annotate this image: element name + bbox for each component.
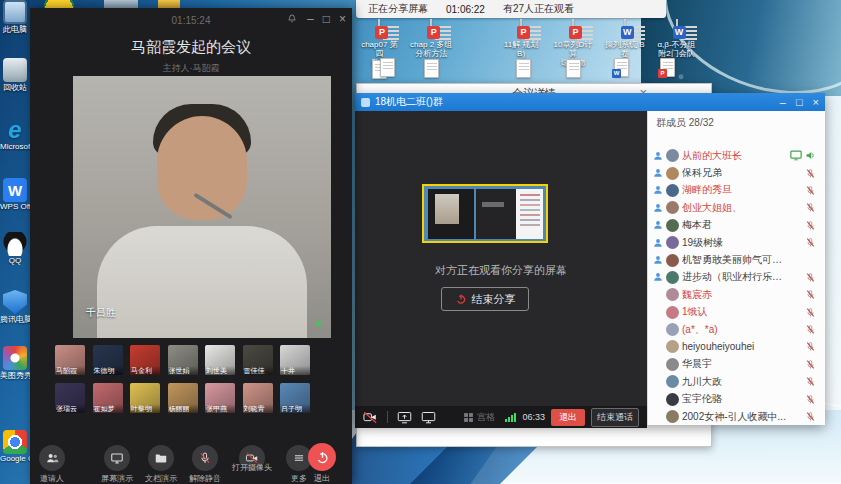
- end-share-button[interactable]: 结束分享: [441, 287, 529, 311]
- avatar: [666, 393, 679, 406]
- participant-tile[interactable]: 刘世美: [205, 345, 235, 375]
- speaker-name-label: 千吕胜: [86, 306, 116, 320]
- screen-share-button[interactable]: 屏幕演示: [100, 445, 134, 484]
- pdf-file-icon[interactable]: P: [660, 58, 675, 77]
- mic-muted-icon: [805, 272, 816, 283]
- participant-tile[interactable]: 十井: [280, 345, 310, 375]
- file-icon[interactable]: [380, 58, 395, 77]
- member-name: 1饿认: [682, 305, 708, 319]
- member-row[interactable]: 2002女神-引人收藏中...: [653, 408, 822, 425]
- desktop-icon[interactable]: 此电脑: [0, 0, 30, 35]
- member-row[interactable]: 梅本君: [653, 217, 822, 234]
- member-row[interactable]: 魏宸赤: [653, 286, 822, 303]
- participant-tile[interactable]: 霍如梦: [93, 383, 123, 413]
- member-row[interactable]: 19级树缘: [653, 234, 822, 251]
- mic-muted-icon: [805, 359, 816, 370]
- desktop-icon[interactable]: QQ: [0, 232, 30, 265]
- bell-icon[interactable]: [286, 13, 298, 25]
- avatar: [666, 375, 679, 388]
- partial-folder-icon[interactable]: [158, 0, 180, 8]
- member-row[interactable]: 创业大姐姐、: [653, 199, 822, 216]
- participant-name: 霍如梦: [93, 404, 123, 413]
- participant-tile[interactable]: 张瑞云: [55, 383, 85, 413]
- camera-button[interactable]: 打开摄像头: [232, 445, 272, 484]
- desktop-icon[interactable]: 回收站: [0, 58, 30, 93]
- meeting-title: 马韶霞发起的会议: [30, 38, 352, 57]
- monitor-icon: [104, 445, 130, 471]
- end-share-label: 结束分享: [472, 292, 516, 307]
- member-row[interactable]: heiyouheiyouhei: [653, 338, 822, 355]
- camera-off-icon[interactable]: [363, 411, 378, 424]
- file-label: chap 2 多组 分析方法: [410, 40, 453, 58]
- close-icon[interactable]: ×: [339, 13, 346, 25]
- maximize-icon[interactable]: □: [796, 97, 803, 108]
- document-icon: P: [430, 19, 432, 38]
- member-row[interactable]: (a*、*a): [653, 321, 822, 338]
- partial-app-icon[interactable]: [44, 0, 74, 8]
- pc-manager-icon: [3, 290, 27, 314]
- file-icon[interactable]: [424, 59, 439, 78]
- member-row[interactable]: 保科兄弟: [653, 164, 822, 181]
- mic-muted-icon: [805, 324, 816, 335]
- display-icon[interactable]: [421, 411, 436, 424]
- member-row[interactable]: 湖畔的秀旦: [653, 182, 822, 199]
- mic-muted-icon: [805, 202, 816, 213]
- doc-share-button[interactable]: 文档演示: [144, 445, 178, 484]
- exit-meeting-button[interactable]: 退出: [294, 443, 350, 484]
- desktop: 此电脑 回收站 e Microsoft Edge W WPS Office QQ…: [0, 0, 841, 484]
- close-icon[interactable]: ×: [813, 97, 819, 108]
- partial-flowchart-icon[interactable]: [104, 0, 138, 8]
- maximize-icon[interactable]: □: [323, 13, 330, 25]
- file-icon[interactable]: [516, 59, 531, 78]
- participant-tile[interactable]: 杨丽丽: [168, 383, 198, 413]
- mic-muted-icon: [805, 394, 816, 405]
- member-row[interactable]: 宝宇伦骆: [653, 390, 822, 407]
- desktop-icon[interactable]: 腾讯电脑管家: [0, 290, 30, 325]
- share-timer: 01:06:22: [446, 4, 485, 15]
- desktop-icon[interactable]: e Microsoft Edge: [0, 118, 30, 151]
- desktop-icon-column: 此电脑 回收站 e Microsoft Edge W WPS Office QQ…: [0, 0, 30, 484]
- qq-title-bar[interactable]: 18机电二班()群 – □ ×: [355, 93, 825, 111]
- member-row[interactable]: 1饿认: [653, 304, 822, 321]
- people-icon: [39, 445, 65, 471]
- participant-tile[interactable]: 雷佳佳: [243, 345, 273, 375]
- meeting-control-bar: 邀请人 屏幕演示 文档演示: [30, 440, 352, 484]
- desktop-icon[interactable]: 美图秀秀: [0, 346, 30, 381]
- member-row[interactable]: 从前的大班长: [653, 147, 822, 164]
- file-label: 11解 规划 B): [500, 40, 543, 58]
- participant-tile[interactable]: 吕子明: [280, 383, 310, 413]
- file-icon[interactable]: [566, 59, 581, 78]
- meeting-title-bar[interactable]: 01:15:24 – □ ×: [30, 8, 352, 34]
- word-file-icon[interactable]: W: [614, 58, 629, 77]
- screen-share-bar[interactable]: 正在分享屏幕 01:06:22 有27人正在观看: [356, 0, 666, 18]
- share-screen-icon[interactable]: [397, 411, 412, 424]
- grid-view-button[interactable]: 宫格: [463, 411, 495, 424]
- main-video-feed[interactable]: 千吕胜: [73, 76, 331, 338]
- member-row[interactable]: 机智勇敢美丽帅气可爱的...: [653, 251, 822, 268]
- invite-button[interactable]: 邀请人: [24, 445, 80, 484]
- participant-tile[interactable]: 刘晓青: [243, 383, 273, 413]
- minimize-icon[interactable]: –: [307, 13, 314, 25]
- end-call-button[interactable]: 结束通话: [591, 408, 639, 427]
- mic-muted-icon: [805, 168, 816, 179]
- participant-tile[interactable]: 叶黎明: [130, 383, 160, 413]
- exit-call-button[interactable]: 退出: [551, 409, 585, 426]
- meeting-window: 01:15:24 – □ × 马韶霞发起的会议 主持人·马韶霞 千吕胜 马韶霞 …: [30, 8, 352, 484]
- avatar: [666, 271, 679, 284]
- member-row[interactable]: 华晨宇: [653, 356, 822, 373]
- participant-tile[interactable]: 马韶霞: [55, 345, 85, 375]
- member-row[interactable]: 进步动（职业村行乐动）: [653, 269, 822, 286]
- avatar: [666, 149, 679, 162]
- file-type-badge: P: [427, 26, 440, 39]
- participant-tile[interactable]: 张甲燕: [205, 383, 235, 413]
- unmute-button[interactable]: 解除静音: [188, 445, 222, 484]
- desktop-icon[interactable]: W WPS Office: [0, 178, 30, 211]
- in-call-person-icon: [653, 255, 663, 265]
- participant-tile[interactable]: 朱德明: [93, 345, 123, 375]
- participant-tile[interactable]: 马金利: [130, 345, 160, 375]
- minimize-icon[interactable]: –: [780, 97, 786, 108]
- document-icon: W: [676, 19, 678, 38]
- shared-screen-thumbnail[interactable]: [422, 184, 548, 243]
- member-row[interactable]: 九川大政: [653, 373, 822, 390]
- participant-tile[interactable]: 张世娟: [168, 345, 198, 375]
